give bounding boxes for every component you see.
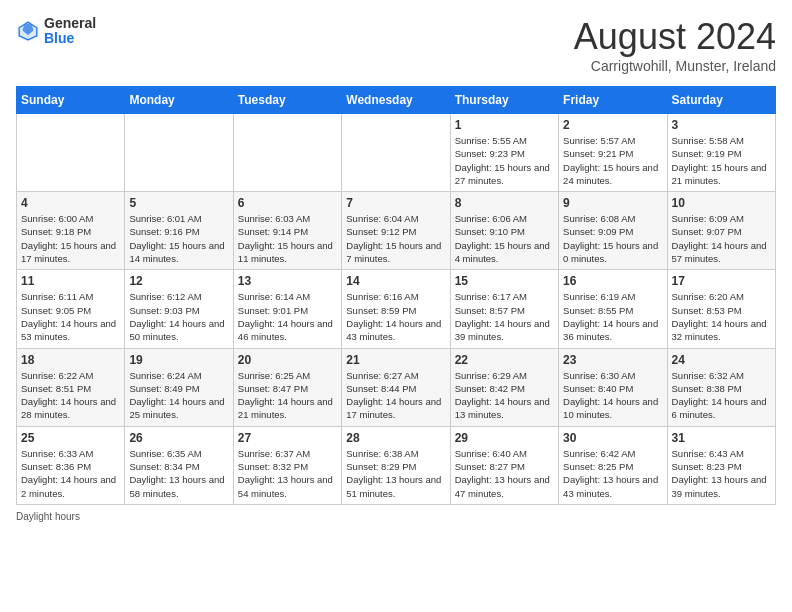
- daylight-hours-label: Daylight hours: [16, 511, 80, 522]
- day-info: Sunrise: 5:58 AMSunset: 9:19 PMDaylight:…: [672, 134, 771, 187]
- logo-general-text: General: [44, 16, 96, 31]
- calendar-cell: 3Sunrise: 5:58 AMSunset: 9:19 PMDaylight…: [667, 114, 775, 192]
- title-area: August 2024 Carrigtwohill, Munster, Irel…: [574, 16, 776, 74]
- day-number: 21: [346, 353, 445, 367]
- day-number: 3: [672, 118, 771, 132]
- day-number: 11: [21, 274, 120, 288]
- calendar-cell: 15Sunrise: 6:17 AMSunset: 8:57 PMDayligh…: [450, 270, 558, 348]
- day-number: 10: [672, 196, 771, 210]
- day-number: 2: [563, 118, 662, 132]
- day-number: 23: [563, 353, 662, 367]
- calendar-cell: 8Sunrise: 6:06 AMSunset: 9:10 PMDaylight…: [450, 192, 558, 270]
- day-number: 25: [21, 431, 120, 445]
- day-info: Sunrise: 6:12 AMSunset: 9:03 PMDaylight:…: [129, 290, 228, 343]
- logo-blue-text: Blue: [44, 31, 96, 46]
- day-info: Sunrise: 6:14 AMSunset: 9:01 PMDaylight:…: [238, 290, 337, 343]
- weekday-saturday: Saturday: [667, 87, 775, 114]
- day-number: 6: [238, 196, 337, 210]
- calendar-cell: 29Sunrise: 6:40 AMSunset: 8:27 PMDayligh…: [450, 426, 558, 504]
- logo-icon: [16, 19, 40, 43]
- day-number: 7: [346, 196, 445, 210]
- calendar-cell: 20Sunrise: 6:25 AMSunset: 8:47 PMDayligh…: [233, 348, 341, 426]
- day-number: 5: [129, 196, 228, 210]
- day-info: Sunrise: 6:22 AMSunset: 8:51 PMDaylight:…: [21, 369, 120, 422]
- day-info: Sunrise: 6:16 AMSunset: 8:59 PMDaylight:…: [346, 290, 445, 343]
- day-info: Sunrise: 6:11 AMSunset: 9:05 PMDaylight:…: [21, 290, 120, 343]
- calendar-week-3: 11Sunrise: 6:11 AMSunset: 9:05 PMDayligh…: [17, 270, 776, 348]
- calendar-cell: 6Sunrise: 6:03 AMSunset: 9:14 PMDaylight…: [233, 192, 341, 270]
- day-info: Sunrise: 6:03 AMSunset: 9:14 PMDaylight:…: [238, 212, 337, 265]
- day-info: Sunrise: 6:00 AMSunset: 9:18 PMDaylight:…: [21, 212, 120, 265]
- calendar-cell: 22Sunrise: 6:29 AMSunset: 8:42 PMDayligh…: [450, 348, 558, 426]
- day-number: 17: [672, 274, 771, 288]
- calendar-cell: 1Sunrise: 5:55 AMSunset: 9:23 PMDaylight…: [450, 114, 558, 192]
- day-info: Sunrise: 6:17 AMSunset: 8:57 PMDaylight:…: [455, 290, 554, 343]
- weekday-header-row: SundayMondayTuesdayWednesdayThursdayFrid…: [17, 87, 776, 114]
- calendar-week-2: 4Sunrise: 6:00 AMSunset: 9:18 PMDaylight…: [17, 192, 776, 270]
- day-number: 15: [455, 274, 554, 288]
- day-info: Sunrise: 6:33 AMSunset: 8:36 PMDaylight:…: [21, 447, 120, 500]
- day-info: Sunrise: 6:29 AMSunset: 8:42 PMDaylight:…: [455, 369, 554, 422]
- day-number: 29: [455, 431, 554, 445]
- day-info: Sunrise: 6:32 AMSunset: 8:38 PMDaylight:…: [672, 369, 771, 422]
- calendar-cell: [125, 114, 233, 192]
- weekday-thursday: Thursday: [450, 87, 558, 114]
- calendar-cell: 7Sunrise: 6:04 AMSunset: 9:12 PMDaylight…: [342, 192, 450, 270]
- day-info: Sunrise: 6:38 AMSunset: 8:29 PMDaylight:…: [346, 447, 445, 500]
- logo: General Blue: [16, 16, 96, 47]
- day-number: 27: [238, 431, 337, 445]
- day-info: Sunrise: 6:06 AMSunset: 9:10 PMDaylight:…: [455, 212, 554, 265]
- day-number: 4: [21, 196, 120, 210]
- calendar-cell: 2Sunrise: 5:57 AMSunset: 9:21 PMDaylight…: [559, 114, 667, 192]
- calendar-cell: 4Sunrise: 6:00 AMSunset: 9:18 PMDaylight…: [17, 192, 125, 270]
- day-number: 12: [129, 274, 228, 288]
- day-info: Sunrise: 6:42 AMSunset: 8:25 PMDaylight:…: [563, 447, 662, 500]
- calendar-cell: 10Sunrise: 6:09 AMSunset: 9:07 PMDayligh…: [667, 192, 775, 270]
- weekday-monday: Monday: [125, 87, 233, 114]
- day-number: 16: [563, 274, 662, 288]
- calendar-table: SundayMondayTuesdayWednesdayThursdayFrid…: [16, 86, 776, 505]
- footer-note: Daylight hours: [16, 511, 776, 522]
- location: Carrigtwohill, Munster, Ireland: [574, 58, 776, 74]
- day-number: 18: [21, 353, 120, 367]
- day-number: 26: [129, 431, 228, 445]
- day-number: 9: [563, 196, 662, 210]
- day-info: Sunrise: 6:01 AMSunset: 9:16 PMDaylight:…: [129, 212, 228, 265]
- day-info: Sunrise: 6:27 AMSunset: 8:44 PMDaylight:…: [346, 369, 445, 422]
- day-number: 22: [455, 353, 554, 367]
- day-info: Sunrise: 6:08 AMSunset: 9:09 PMDaylight:…: [563, 212, 662, 265]
- calendar-cell: 23Sunrise: 6:30 AMSunset: 8:40 PMDayligh…: [559, 348, 667, 426]
- day-number: 30: [563, 431, 662, 445]
- day-info: Sunrise: 6:24 AMSunset: 8:49 PMDaylight:…: [129, 369, 228, 422]
- calendar-cell: 16Sunrise: 6:19 AMSunset: 8:55 PMDayligh…: [559, 270, 667, 348]
- calendar-week-1: 1Sunrise: 5:55 AMSunset: 9:23 PMDaylight…: [17, 114, 776, 192]
- day-info: Sunrise: 6:25 AMSunset: 8:47 PMDaylight:…: [238, 369, 337, 422]
- logo-text: General Blue: [44, 16, 96, 47]
- day-info: Sunrise: 6:43 AMSunset: 8:23 PMDaylight:…: [672, 447, 771, 500]
- day-number: 19: [129, 353, 228, 367]
- calendar-cell: 30Sunrise: 6:42 AMSunset: 8:25 PMDayligh…: [559, 426, 667, 504]
- day-number: 8: [455, 196, 554, 210]
- page-header: General Blue August 2024 Carrigtwohill, …: [16, 16, 776, 74]
- calendar-cell: 11Sunrise: 6:11 AMSunset: 9:05 PMDayligh…: [17, 270, 125, 348]
- calendar-cell: 5Sunrise: 6:01 AMSunset: 9:16 PMDaylight…: [125, 192, 233, 270]
- calendar-cell: [342, 114, 450, 192]
- calendar-cell: 25Sunrise: 6:33 AMSunset: 8:36 PMDayligh…: [17, 426, 125, 504]
- day-info: Sunrise: 6:09 AMSunset: 9:07 PMDaylight:…: [672, 212, 771, 265]
- day-info: Sunrise: 6:35 AMSunset: 8:34 PMDaylight:…: [129, 447, 228, 500]
- day-info: Sunrise: 6:37 AMSunset: 8:32 PMDaylight:…: [238, 447, 337, 500]
- weekday-tuesday: Tuesday: [233, 87, 341, 114]
- calendar-cell: 26Sunrise: 6:35 AMSunset: 8:34 PMDayligh…: [125, 426, 233, 504]
- day-info: Sunrise: 6:04 AMSunset: 9:12 PMDaylight:…: [346, 212, 445, 265]
- calendar-week-4: 18Sunrise: 6:22 AMSunset: 8:51 PMDayligh…: [17, 348, 776, 426]
- calendar-cell: 14Sunrise: 6:16 AMSunset: 8:59 PMDayligh…: [342, 270, 450, 348]
- calendar-cell: 12Sunrise: 6:12 AMSunset: 9:03 PMDayligh…: [125, 270, 233, 348]
- calendar-cell: 17Sunrise: 6:20 AMSunset: 8:53 PMDayligh…: [667, 270, 775, 348]
- calendar-cell: 13Sunrise: 6:14 AMSunset: 9:01 PMDayligh…: [233, 270, 341, 348]
- calendar-cell: 21Sunrise: 6:27 AMSunset: 8:44 PMDayligh…: [342, 348, 450, 426]
- calendar-cell: 27Sunrise: 6:37 AMSunset: 8:32 PMDayligh…: [233, 426, 341, 504]
- day-number: 24: [672, 353, 771, 367]
- calendar-cell: 24Sunrise: 6:32 AMSunset: 8:38 PMDayligh…: [667, 348, 775, 426]
- day-number: 14: [346, 274, 445, 288]
- weekday-sunday: Sunday: [17, 87, 125, 114]
